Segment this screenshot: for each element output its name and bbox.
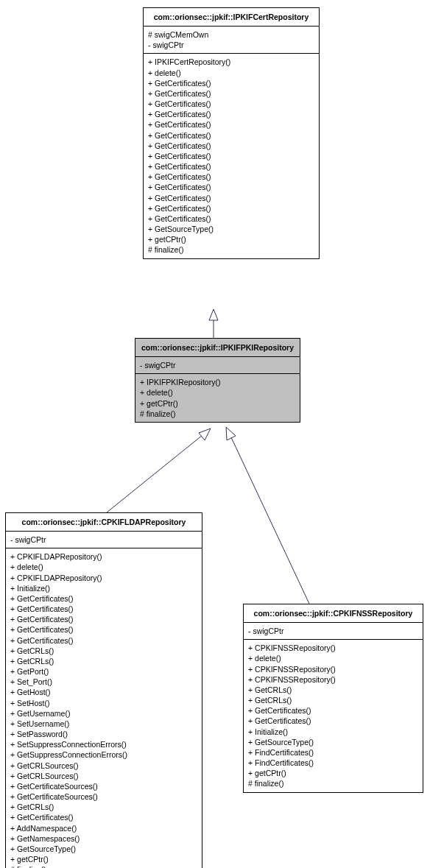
operation-line: # finalize() [10,864,197,868]
operation-line: + GetCertificateSources() [10,791,197,802]
operation-line: + FindCertificates() [248,758,418,768]
operation-line: + delete() [140,387,295,398]
operation-line: # finalize() [248,778,418,788]
attribute-line: - swigCPtr [248,626,418,636]
operation-line: + getCPtr() [140,398,295,409]
class-title: com::orionsec::jpkif::CPKIFNSSRepository [244,604,423,623]
operation-line: + GetCertificates() [148,119,314,130]
operation-line: + GetNamespaces() [10,833,197,844]
operation-line: + GetCRLs() [248,685,418,695]
operation-line: + IPKIFPKIRepository() [140,377,295,387]
class-title: com::orionsec::jpkif::CPKIFLDAPRepositor… [6,513,202,532]
class-operations: + CPKIFLDAPRepository()+ delete()+ CPKIF… [6,548,202,868]
class-title: com::orionsec::jpkif::IPKIFPKIRepository [135,339,300,357]
operation-line: + GetCertificates() [148,78,314,88]
operation-line: + GetCertificates() [148,203,314,214]
operation-line: + SetSuppressConnectionErrors() [10,739,197,749]
operation-line: + GetCertificates() [10,593,197,604]
operation-line: + GetCRLs() [10,802,197,812]
operation-line: + GetCertificates() [148,193,314,203]
operation-line: + GetCRLs() [10,646,197,656]
operation-line: + GetCertificates() [10,614,197,624]
operation-line: + SetPassword() [10,729,197,739]
class-operations: + CPKIFNSSRepository()+ delete()+ CPKIFN… [244,640,423,791]
operation-line: + GetSuppressConnectionErrors() [10,749,197,760]
operation-line: # finalize() [140,409,295,419]
class-ipkifpkirepository: com::orionsec::jpkif::IPKIFPKIRepository… [135,338,300,423]
operation-line: + GetCertificates() [248,716,418,726]
operation-line: + Initialize() [10,583,197,593]
operation-line: + CPKIFLDAPRepository() [10,573,197,583]
svg-marker-0 [209,309,218,320]
operation-line: + GetCertificates() [148,214,314,224]
class-attributes: # swigCMemOwn- swigCPtr [144,27,319,54]
class-operations: + IPKIFCertRepository()+ delete()+ GetCe… [144,54,319,258]
operation-line: + Set_Port() [10,677,197,687]
operation-line: + getCPtr() [148,234,314,244]
operation-line: + GetCRLs() [248,695,418,705]
attribute-line: - swigCPtr [148,40,314,50]
operation-line: + GetCRLSources() [10,771,197,781]
operation-line: + IPKIFCertRepository() [148,57,314,67]
operation-line: + delete() [248,653,418,663]
operation-line: + GetCertificateSources() [10,781,197,791]
operation-line: + GetCertificates() [148,161,314,172]
operation-line: + GetCertificates() [148,182,314,192]
class-cpkifnssrepository: com::orionsec::jpkif::CPKIFNSSRepository… [243,604,423,793]
class-operations: + IPKIFPKIRepository()+ delete()+ getCPt… [135,374,300,422]
class-cpkifldaprepository: com::orionsec::jpkif::CPKIFLDAPRepositor… [5,512,202,868]
operation-line: + GetCertificates() [10,812,197,822]
operation-line: + GetCRLSources() [10,761,197,771]
operation-line: + GetCertificates() [10,635,197,646]
operation-line: + getCPtr() [248,768,418,778]
attribute-line: # swigCMemOwn [148,29,314,40]
operation-line: + SetHost() [10,698,197,708]
operation-line: + AddNamespace() [10,823,197,833]
operation-line: + getCPtr() [10,854,197,864]
operation-line: + GetCertificates() [148,130,314,141]
operation-line: + GetCertificates() [148,141,314,151]
class-attributes: - swigCPtr [135,357,300,374]
operation-line: + delete() [148,68,314,78]
operation-line: + CPKIFLDAPRepository() [10,551,197,562]
operation-line: + GetPort() [10,666,197,677]
operation-line: # finalize() [148,244,314,255]
attribute-line: - swigCPtr [10,534,197,545]
operation-line: + SetUsername() [10,719,197,729]
operation-line: + CPKIFNSSRepository() [248,664,418,674]
operation-line: + FindCertificates() [248,747,418,758]
operation-line: + GetCertificates() [148,88,314,99]
operation-line: + delete() [10,562,197,572]
class-attributes: - swigCPtr [244,623,423,640]
operation-line: + GetCertificates() [248,705,418,716]
operation-line: + CPKIFNSSRepository() [248,643,418,653]
operation-line: + CPKIFNSSRepository() [248,674,418,685]
operation-line: + GetUsername() [10,708,197,719]
operation-line: + GetCertificates() [148,99,314,109]
attribute-line: - swigCPtr [140,360,295,370]
operation-line: + GetCertificates() [10,624,197,635]
operation-line: + GetCertificates() [148,172,314,182]
operation-line: + GetCertificates() [148,151,314,161]
operation-line: + Initialize() [248,727,418,737]
operation-line: + GetSourceType() [148,224,314,234]
operation-line: + GetSourceType() [10,844,197,854]
class-attributes: - swigCPtr [6,532,202,548]
operation-line: + GetSourceType() [248,737,418,747]
operation-line: + GetCRLs() [10,656,197,666]
operation-line: + GetCertificates() [10,604,197,614]
class-title: com::orionsec::jpkif::IPKIFCertRepositor… [144,8,319,27]
operation-line: + GetHost() [10,687,197,697]
svg-marker-2 [226,427,236,440]
diagram-canvas: com::orionsec::jpkif::IPKIFCertRepositor… [0,0,430,868]
svg-marker-1 [199,428,211,440]
operation-line: + GetCertificates() [148,109,314,119]
class-ipkifcertrepository: com::orionsec::jpkif::IPKIFCertRepositor… [143,7,320,259]
